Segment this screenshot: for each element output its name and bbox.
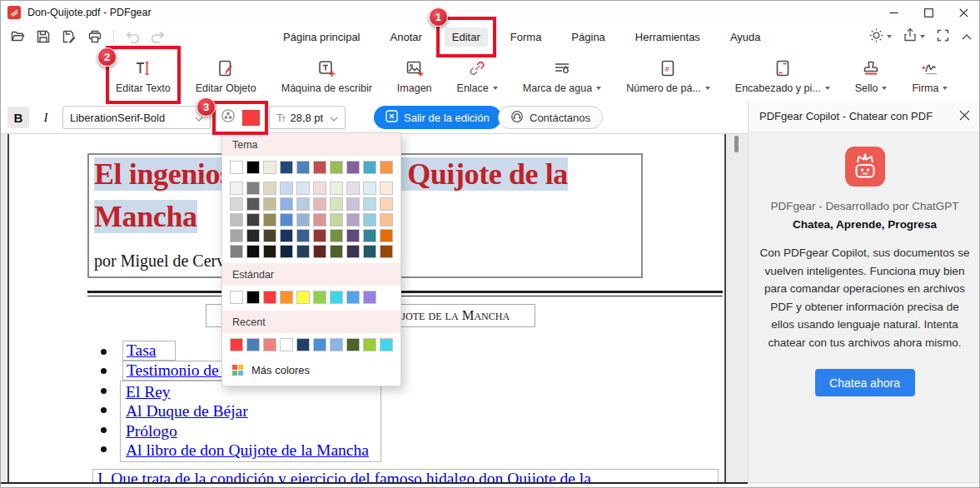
- color-swatch[interactable]: [363, 245, 376, 258]
- undo-icon[interactable]: [122, 27, 142, 47]
- toc-link-box[interactable]: Tasa: [122, 341, 176, 361]
- color-swatch[interactable]: [330, 182, 343, 195]
- save-icon[interactable]: [33, 27, 53, 47]
- ribbon-tool-editar-objeto[interactable]: Editar Objeto: [192, 49, 260, 101]
- color-swatch[interactable]: [230, 338, 243, 351]
- color-swatch[interactable]: [263, 291, 276, 304]
- collapse-toolbar-button[interactable]: [961, 29, 973, 44]
- color-swatch[interactable]: [363, 229, 376, 242]
- color-swatch[interactable]: [230, 161, 243, 174]
- color-swatch[interactable]: [363, 197, 376, 211]
- bold-button[interactable]: B: [7, 107, 29, 128]
- color-swatch[interactable]: [346, 291, 360, 304]
- color-swatch[interactable]: [296, 338, 310, 351]
- selected-color-swatch[interactable]: [242, 110, 260, 126]
- menu-tab-pagina-principal[interactable]: Página principal: [276, 27, 368, 47]
- color-swatch[interactable]: [313, 291, 326, 304]
- print-icon[interactable]: [85, 27, 105, 47]
- color-swatch[interactable]: [246, 291, 260, 304]
- color-swatch[interactable]: [363, 161, 376, 174]
- color-swatch[interactable]: [380, 245, 393, 258]
- close-icon[interactable]: [946, 1, 980, 24]
- ribbon-tool-encabezado-y-pi[interactable]: Encabezado y pi...: [732, 49, 833, 101]
- menu-tab-herramientas[interactable]: Herramientas: [628, 27, 708, 47]
- menu-tab-anotar[interactable]: Anotar: [383, 27, 430, 47]
- color-swatch[interactable]: [313, 245, 326, 258]
- close-icon[interactable]: [959, 110, 970, 123]
- color-swatch[interactable]: [230, 291, 243, 304]
- color-swatch[interactable]: [330, 245, 343, 258]
- color-swatch[interactable]: [313, 338, 326, 351]
- minimize-icon[interactable]: [876, 1, 911, 24]
- ribbon-tool-maquina-de-escribir[interactable]: Máquina de escribir: [278, 49, 376, 101]
- color-swatch[interactable]: [313, 213, 326, 227]
- color-swatch[interactable]: [263, 338, 276, 351]
- color-swatch[interactable]: [263, 245, 276, 258]
- color-swatch[interactable]: [330, 229, 343, 242]
- color-swatch[interactable]: [246, 213, 260, 227]
- color-swatch[interactable]: [246, 245, 260, 258]
- ribbon-tool-numero-de-pa[interactable]: #Número de pá...: [623, 49, 714, 101]
- color-swatch[interactable]: [313, 229, 326, 242]
- ribbon-tool-imagen[interactable]: Imagen: [394, 49, 435, 101]
- color-swatch[interactable]: [280, 197, 293, 211]
- color-swatch[interactable]: [230, 245, 243, 258]
- color-swatch[interactable]: [280, 213, 293, 227]
- menu-tab-ayuda[interactable]: Ayuda: [723, 27, 769, 47]
- font-color-picker[interactable]: 3: [220, 107, 260, 127]
- color-swatch[interactable]: [296, 229, 310, 242]
- exit-edit-button[interactable]: Salir de la edición: [374, 106, 501, 129]
- italic-button[interactable]: I: [35, 107, 57, 128]
- font-size-select[interactable]: TT 28,8 pt: [269, 106, 346, 129]
- color-swatch[interactable]: [363, 291, 376, 304]
- color-swatch[interactable]: [280, 229, 293, 242]
- color-swatch[interactable]: [280, 161, 293, 174]
- color-swatch[interactable]: [313, 182, 326, 195]
- color-swatch[interactable]: [380, 182, 393, 195]
- toc-link-box[interactable]: El ReyAl Duque de BéjarPrólogoAl libro d…: [120, 381, 381, 462]
- color-swatch[interactable]: [313, 197, 326, 211]
- color-swatch[interactable]: [280, 182, 293, 195]
- ribbon-tool-enlace[interactable]: Enlace: [454, 49, 501, 101]
- color-swatch[interactable]: [363, 338, 376, 351]
- color-swatch[interactable]: [330, 213, 343, 227]
- color-swatch[interactable]: [280, 338, 293, 351]
- color-swatch[interactable]: [330, 197, 343, 211]
- color-swatch[interactable]: [330, 161, 343, 174]
- chat-now-button[interactable]: Chatea ahora: [815, 369, 915, 396]
- color-swatch[interactable]: [280, 291, 293, 304]
- color-swatch[interactable]: [380, 338, 393, 351]
- color-swatch[interactable]: [263, 161, 276, 174]
- toc-link[interactable]: Al libro de don Quijote de la Mancha: [126, 441, 369, 460]
- color-swatch[interactable]: [230, 182, 243, 195]
- color-swatch[interactable]: [330, 291, 343, 304]
- toc-link[interactable]: Tasa: [127, 341, 156, 359]
- color-swatch[interactable]: [380, 229, 393, 242]
- color-swatch[interactable]: [296, 291, 310, 304]
- share-button[interactable]: [903, 27, 925, 46]
- color-swatch[interactable]: [346, 161, 360, 174]
- color-swatch[interactable]: [346, 182, 360, 195]
- color-swatch[interactable]: [313, 161, 326, 174]
- color-swatch[interactable]: [230, 213, 243, 227]
- color-swatch[interactable]: [246, 161, 260, 174]
- ribbon-tool-marca-de-agua[interactable]: Marca de agua: [520, 49, 604, 101]
- color-swatch[interactable]: [346, 213, 360, 227]
- color-swatch[interactable]: [246, 338, 260, 351]
- menu-tab-forma[interactable]: Forma: [503, 27, 550, 47]
- color-swatch[interactable]: [296, 245, 310, 258]
- color-swatch[interactable]: [263, 182, 276, 195]
- maximize-icon[interactable]: [911, 1, 946, 24]
- color-swatch[interactable]: [363, 213, 376, 227]
- color-swatch[interactable]: [380, 161, 393, 174]
- theme-button[interactable]: [868, 27, 892, 47]
- color-swatch[interactable]: [263, 197, 276, 211]
- color-swatch[interactable]: [380, 197, 393, 211]
- color-swatch[interactable]: [246, 229, 260, 242]
- color-swatch[interactable]: [230, 197, 243, 211]
- color-swatch[interactable]: [346, 245, 360, 258]
- color-swatch[interactable]: [230, 229, 243, 242]
- ribbon-tool-sello[interactable]: Sello: [852, 49, 891, 101]
- menu-tab-pagina[interactable]: Página: [564, 27, 612, 47]
- fullscreen-button[interactable]: [936, 28, 950, 46]
